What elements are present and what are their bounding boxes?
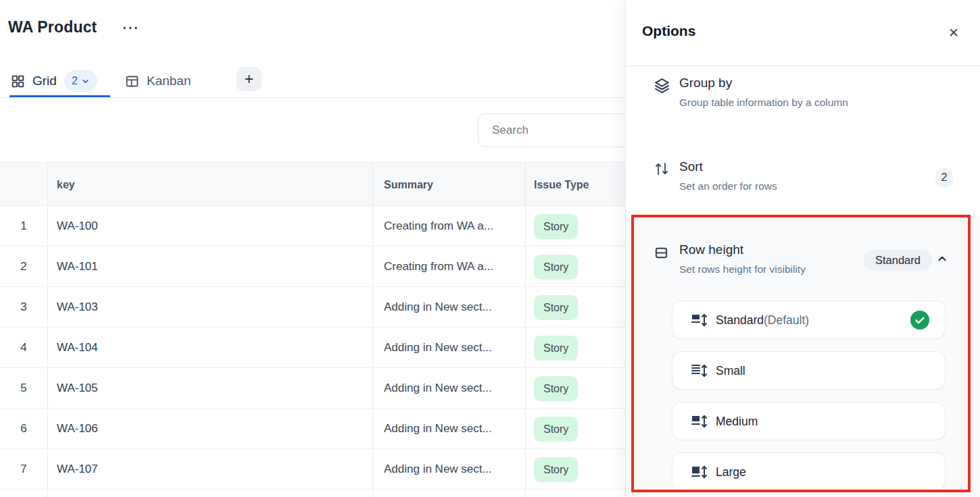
option-sort[interactable]: Sort Set an order for rows 2	[626, 159, 980, 199]
column-separator	[47, 162, 48, 497]
row-height-value-badge: Standard	[864, 250, 932, 271]
table-row[interactable]: 2 WA-101 Creating from WA a... Story	[0, 246, 629, 287]
issue-type-badge: Story	[534, 376, 578, 401]
column-separator	[525, 162, 526, 497]
tab-kanban-label: Kanban	[147, 74, 191, 88]
cell-key: WA-105	[57, 368, 98, 409]
issue-type-badge: Story	[534, 336, 578, 361]
row-number: 1	[0, 206, 47, 246]
cell-summary: Creating from WA a...	[384, 206, 493, 246]
issue-type-badge: Story	[534, 255, 578, 280]
issue-type-badge: Story	[534, 295, 578, 320]
table-header-row: key Summary Issue Type	[0, 162, 629, 206]
row-number: 6	[0, 409, 47, 449]
table-row[interactable]: 3 WA-103 Adding in New sect... Story	[0, 287, 629, 328]
options-panel: Options ✕ Group by Group table informati…	[625, 0, 980, 497]
cell-key: WA-104	[57, 328, 98, 368]
table-row[interactable]: 1 WA-100 Creating from WA a... Story	[0, 206, 629, 246]
layers-icon	[654, 77, 670, 94]
row-height-medium-icon	[690, 413, 708, 429]
row-height-option-small[interactable]: Small	[672, 351, 946, 390]
chevron-up-icon[interactable]	[936, 253, 948, 265]
row-height-option-label: Medium	[716, 402, 758, 441]
tabbar-divider	[0, 97, 625, 98]
page-title: WA Product	[8, 18, 97, 36]
add-view-button[interactable]: +	[237, 67, 262, 91]
column-header-issue-type[interactable]: Issue Type	[534, 163, 589, 207]
issue-type-badge: Story	[534, 457, 578, 482]
row-height-icon	[654, 245, 670, 262]
grid-views-badge[interactable]: 2	[64, 70, 97, 92]
chevron-down-icon	[81, 77, 90, 86]
row-number: 7	[0, 449, 47, 490]
default-suffix: (Default)	[764, 313, 809, 327]
cell-key: WA-103	[57, 287, 98, 328]
cell-key: WA-107	[57, 449, 98, 490]
tab-grid-label: Grid	[32, 74, 57, 88]
row-height-title: Row height	[679, 242, 743, 257]
options-panel-title: Options	[642, 23, 695, 39]
row-number: 2	[0, 246, 47, 287]
row-height-option-label: Large	[716, 453, 746, 492]
row-height-subtitle: Set rows height for visibility	[679, 263, 806, 276]
group-by-title: Group by	[679, 76, 732, 90]
issue-type-badge: Story	[534, 417, 578, 442]
issue-type-badge: Story	[534, 214, 578, 239]
sort-arrows-icon	[654, 161, 670, 178]
sort-subtitle: Set an order for rows	[679, 180, 777, 192]
row-height-option-label: Small	[716, 352, 745, 390]
row-height-option-medium[interactable]: Medium	[672, 402, 946, 440]
kanban-icon	[125, 74, 139, 88]
cell-summary: Adding in New sect...	[384, 449, 492, 490]
group-by-subtitle: Group table information by a column	[679, 97, 848, 109]
option-group-by[interactable]: Group by Group table information by a co…	[626, 76, 980, 115]
column-header-summary[interactable]: Summary	[384, 163, 433, 207]
app-window: WA Product ⋯ Grid 2 Kanban +	[0, 0, 980, 497]
row-height-option-standard[interactable]: Standard(Default)	[672, 300, 946, 339]
row-height-large-icon	[690, 464, 708, 480]
tab-kanban[interactable]: Kanban	[125, 66, 191, 96]
row-height-small-icon	[690, 363, 708, 379]
check-circle-icon	[910, 311, 929, 330]
cell-summary: Creating from WA a...	[384, 246, 493, 287]
table-row[interactable]: 7 WA-107 Adding in New sect... Story	[0, 449, 629, 490]
table-row[interactable]: 6 WA-106 Adding in New sect... Story	[0, 409, 629, 449]
table-row[interactable]: 4 WA-104 Adding in New sect... Story	[0, 328, 629, 368]
row-height-standard-icon	[690, 312, 708, 328]
row-height-option-label: Standard(Default)	[716, 301, 809, 340]
cell-key: WA-101	[57, 246, 98, 287]
grid-icon	[11, 74, 25, 88]
table-row[interactable]: 5 WA-105 Adding in New sect... Story	[0, 368, 629, 409]
cell-summary: Adding in New sect...	[384, 409, 492, 449]
row-height-option-large[interactable]: Large	[672, 452, 946, 491]
ellipsis-menu-icon[interactable]: ⋯	[122, 18, 139, 37]
option-row-height[interactable]: Row height Set rows height for visibilit…	[626, 242, 980, 282]
sort-count-badge: 2	[935, 167, 953, 188]
grid-views-count: 2	[72, 75, 78, 87]
row-number: 4	[0, 328, 47, 368]
cell-key: WA-106	[57, 409, 98, 449]
panel-divider	[626, 66, 980, 66]
cell-key: WA-100	[57, 206, 98, 246]
tab-grid[interactable]: Grid 2	[11, 66, 97, 96]
column-separator	[372, 162, 373, 497]
row-number: 5	[0, 368, 47, 409]
sort-title: Sort	[679, 159, 703, 174]
column-header-key[interactable]: key	[57, 163, 75, 207]
row-number: 3	[0, 287, 47, 328]
cell-summary: Adding in New sect...	[384, 328, 492, 368]
close-icon[interactable]: ✕	[946, 25, 962, 41]
cell-summary: Adding in New sect...	[384, 287, 492, 328]
cell-summary: Adding in New sect...	[384, 368, 492, 409]
